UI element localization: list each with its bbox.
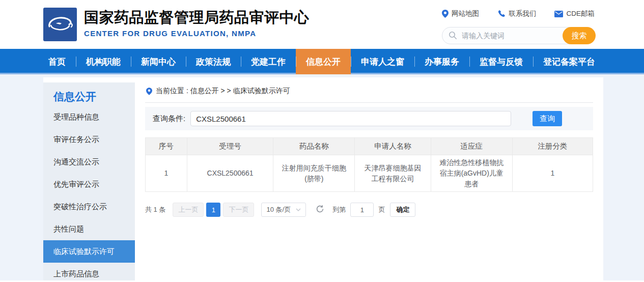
- next-page-button[interactable]: 下一页: [223, 203, 254, 217]
- main-nav: 首页 机构职能 新闻中心 政策法规 党建工作 信息公开 申请人之窗 办事服务 监…: [0, 49, 644, 74]
- goto-confirm-button[interactable]: 确定: [390, 203, 415, 217]
- query-button[interactable]: 查询: [533, 111, 562, 126]
- cell-indication: 难治性急性移植物抗宿主病(aGvHD)儿童患者: [431, 155, 512, 192]
- nav-item-label: 新闻中心: [141, 56, 176, 68]
- site-title: 国家药品监督管理局药品审评中心: [84, 9, 310, 26]
- refresh-icon: [316, 205, 324, 213]
- envelope-icon: [554, 11, 563, 17]
- cde-mail-link[interactable]: CDE邮箱: [554, 9, 595, 18]
- nav-item-label: 机构职能: [86, 56, 121, 68]
- sidebar-title: 信息公开: [43, 82, 135, 106]
- goto-page-input[interactable]: [350, 203, 374, 217]
- phone-icon: [497, 10, 506, 18]
- page-size-value: 10 条/页: [266, 205, 291, 214]
- nav-item-info-disclosure[interactable]: 信息公开: [296, 49, 351, 74]
- nav-item-label: 政策法规: [196, 56, 231, 68]
- sidebar-item-common-questions[interactable]: 共性问题: [43, 218, 135, 240]
- site-header: 国家药品监督管理局药品审评中心 CENTER FOR DRUG EVALUATI…: [0, 0, 644, 49]
- nav-item-supervision-feedback[interactable]: 监督与反馈: [469, 49, 533, 74]
- main-content: 当前位置 : 信息公开 > > 临床试验默示许可 查询条件: 查询 序号 受理号…: [145, 82, 593, 280]
- search-button[interactable]: 搜索: [563, 27, 596, 44]
- location-pin-icon: [146, 88, 152, 95]
- col-header-index: 序号: [146, 138, 187, 155]
- nav-item-label: 登记备案平台: [543, 56, 595, 68]
- cde-mail-link-label: CDE邮箱: [566, 9, 595, 18]
- content-card: 信息公开 受理品种信息 审评任务公示 沟通交流公示 优先审评公示 突破性治疗公示…: [43, 77, 603, 280]
- nav-item-home[interactable]: 首页: [43, 49, 76, 74]
- magnifier-icon: [449, 31, 457, 42]
- page-size-select[interactable]: 10 条/页: [261, 203, 306, 217]
- nav-item-functions[interactable]: 机构职能: [76, 49, 131, 74]
- query-input[interactable]: [190, 111, 511, 126]
- contact-link[interactable]: 联系我们: [497, 9, 536, 18]
- sidebar-item-priority-review[interactable]: 优先审评公示: [43, 173, 135, 195]
- nav-item-label: 信息公开: [306, 56, 341, 68]
- site-search: 搜索: [442, 27, 595, 44]
- sidebar-item-communication[interactable]: 沟通交流公示: [43, 151, 135, 173]
- sidebar-item-marketed-drugs[interactable]: 上市药品信息: [43, 263, 135, 282]
- page-number-button[interactable]: 1: [206, 203, 220, 217]
- page-background: 信息公开 受理品种信息 审评任务公示 沟通交流公示 优先审评公示 突破性治疗公示…: [0, 74, 644, 280]
- sidebar-item-clinical-trial-implied-license[interactable]: 临床试验默示许可: [43, 240, 135, 263]
- nav-item-label: 监督与反馈: [480, 56, 523, 68]
- quick-links: 网站地图 联系我们 CDE邮箱: [442, 9, 595, 18]
- sidebar: 信息公开 受理品种信息 审评任务公示 沟通交流公示 优先审评公示 突破性治疗公示…: [43, 82, 135, 280]
- sidebar-item-breakthrough-therapy[interactable]: 突破性治疗公示: [43, 195, 135, 218]
- results-table: 序号 受理号 药品名称 申请人名称 适应症 注册分类 1 CXSL2500661…: [145, 137, 593, 192]
- breadcrumb: 当前位置 : 信息公开 > > 临床试验默示许可: [145, 82, 593, 103]
- nav-item-label: 申请人之窗: [361, 56, 404, 68]
- nav-item-news[interactable]: 新闻中心: [131, 49, 186, 74]
- query-panel: 查询条件: 查询: [145, 107, 593, 130]
- nav-item-registration-platform[interactable]: 登记备案平台: [533, 49, 605, 74]
- nav-item-label: 首页: [48, 56, 66, 68]
- site-subtitle: CENTER FOR DRUG EVALUATION, NMPA: [84, 29, 310, 38]
- cell-registration-category: 1: [512, 155, 593, 192]
- breadcrumb-text: 当前位置 : 信息公开 > > 临床试验默示许可: [156, 87, 290, 96]
- contact-link-label: 联系我们: [509, 9, 536, 18]
- pagination: 共 1 条 上一页 1 下一页 10 条/页 到第 页 确定: [145, 203, 593, 217]
- chevron-down-icon: [296, 208, 301, 211]
- nav-item-services[interactable]: 办事服务: [414, 49, 469, 74]
- nav-item-applicant-window[interactable]: 申请人之窗: [351, 49, 414, 74]
- col-header-acceptance-number: 受理号: [187, 138, 273, 155]
- col-header-indication: 适应症: [431, 138, 512, 155]
- col-header-registration-category: 注册分类: [512, 138, 593, 155]
- goto-page-suffix: 页: [378, 205, 385, 214]
- cell-drug-name: 注射用间充质干细胞(脐带): [273, 155, 355, 192]
- refresh-button[interactable]: [315, 204, 325, 216]
- goto-page-prefix: 到第: [332, 205, 346, 214]
- nav-item-label: 办事服务: [425, 56, 459, 68]
- sidebar-item-review-tasks[interactable]: 审评任务公示: [43, 128, 135, 151]
- cell-acceptance-number: CXSL2500661: [187, 155, 273, 192]
- col-header-drug-name: 药品名称: [273, 138, 355, 155]
- sidebar-item-accepted-products[interactable]: 受理品种信息: [43, 106, 135, 128]
- cell-index: 1: [146, 155, 187, 192]
- table-row: 1 CXSL2500661 注射用间充质干细胞(脐带) 天津昂赛细胞基因工程有限…: [146, 155, 593, 192]
- nav-item-label: 党建工作: [251, 56, 286, 68]
- col-header-applicant-name: 申请人名称: [355, 138, 431, 155]
- cde-logo-icon: [43, 8, 77, 41]
- sitemap-link[interactable]: 网站地图: [442, 9, 479, 18]
- cell-applicant-name: 天津昂赛细胞基因工程有限公司: [355, 155, 431, 192]
- location-pin-icon: [442, 10, 449, 18]
- sitemap-link-label: 网站地图: [452, 9, 479, 18]
- nav-item-policies[interactable]: 政策法规: [186, 49, 241, 74]
- prev-page-button[interactable]: 上一页: [173, 203, 204, 217]
- pagination-total: 共 1 条: [145, 205, 165, 214]
- cde-logo[interactable]: [43, 8, 77, 41]
- query-label: 查询条件:: [153, 114, 185, 124]
- table-header-row: 序号 受理号 药品名称 申请人名称 适应症 注册分类: [146, 138, 593, 155]
- nav-item-party-building[interactable]: 党建工作: [241, 49, 296, 74]
